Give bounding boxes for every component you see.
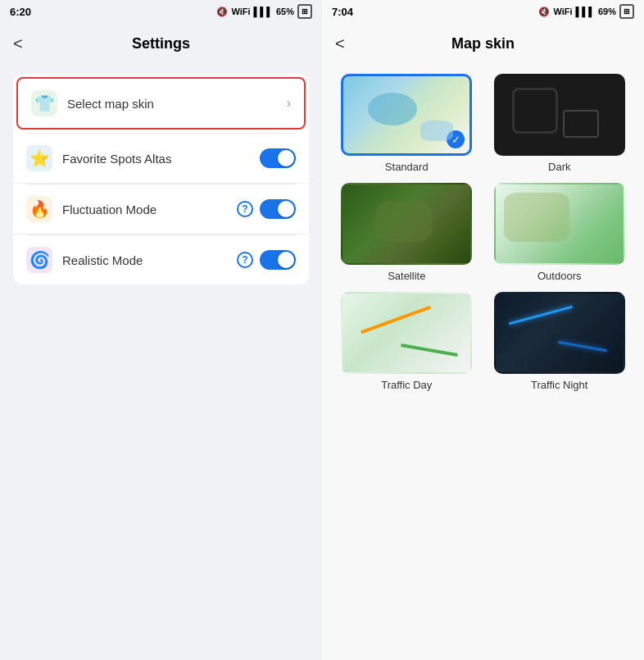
favorite-spots-label: Favorite Spots Altas bbox=[62, 152, 260, 166]
settings-title: Settings bbox=[132, 35, 190, 52]
status-bar-left: 6:20 🔇 WiFi ▌▌▌ 65% ⊞ bbox=[0, 0, 322, 23]
skin-label-satellite: Satellite bbox=[388, 270, 425, 282]
status-icons-right: 🔇 WiFi ▌▌▌ 69% ⊞ bbox=[538, 4, 634, 19]
favorite-spots-right bbox=[260, 148, 296, 168]
select-map-skin-row[interactable]: 👕 Select map skin › bbox=[16, 77, 306, 130]
skin-label-traffic-day: Traffic Day bbox=[381, 379, 432, 391]
skin-label-outdoors: Outdoors bbox=[537, 270, 581, 282]
status-icons-left: 🔇 WiFi ▌▌▌ 65% ⊞ bbox=[216, 4, 312, 19]
skin-thumbnail-traffic-night bbox=[494, 292, 625, 374]
chevron-right-icon: › bbox=[287, 96, 291, 111]
scan-icon-right: ⊞ bbox=[619, 4, 634, 19]
favorite-spots-icon: ⭐ bbox=[26, 145, 52, 171]
fluctuation-icon: 🔥 bbox=[26, 196, 52, 222]
header-left: < Settings bbox=[0, 23, 322, 64]
fluctuation-mode-label: Fluctuation Mode bbox=[62, 203, 237, 216]
skin-item-satellite[interactable]: Satellite bbox=[335, 183, 478, 282]
battery-right: 69% bbox=[598, 7, 616, 16]
fluctuation-mode-right: ? bbox=[237, 199, 296, 219]
fluctuation-mode-toggle[interactable] bbox=[260, 199, 296, 219]
header-right: < Map skin bbox=[322, 23, 644, 64]
fluctuation-mode-row[interactable]: 🔥 Fluctuation Mode ? bbox=[13, 184, 309, 234]
realistic-mode-right: ? bbox=[237, 250, 296, 270]
skin-thumbnail-dark bbox=[494, 74, 625, 156]
skin-checkmark-standard: ✓ bbox=[447, 130, 465, 148]
fluctuation-help-icon[interactable]: ? bbox=[237, 201, 253, 217]
settings-card: 👕 Select map skin › bbox=[13, 74, 309, 284]
settings-content: 👕 Select map skin › bbox=[0, 64, 322, 660]
map-skin-grid: ✓ Standard Dark Satellite Outdoors Traff… bbox=[322, 64, 644, 660]
skin-item-standard[interactable]: ✓ Standard bbox=[335, 74, 478, 173]
favorite-spots-toggle[interactable] bbox=[260, 148, 296, 168]
map-skin-icon: 👕 bbox=[31, 90, 57, 116]
right-panel: 7:04 🔇 WiFi ▌▌▌ 69% ⊞ < Map skin ✓ Stand… bbox=[322, 0, 644, 660]
favorite-spots-row[interactable]: ⭐ Favorite Spots Altas bbox=[13, 134, 309, 184]
skin-item-traffic-day[interactable]: Traffic Day bbox=[335, 292, 478, 391]
skin-label-dark: Dark bbox=[548, 161, 570, 173]
scan-icon-left: ⊞ bbox=[297, 4, 312, 19]
skin-thumbnail-standard: ✓ bbox=[341, 74, 472, 156]
realistic-icon: 🌀 bbox=[26, 247, 52, 273]
skin-thumbnail-satellite bbox=[341, 183, 472, 265]
red-arrow bbox=[306, 85, 309, 118]
realistic-mode-row[interactable]: 🌀 Realistic Mode ? bbox=[13, 235, 309, 284]
realistic-mode-toggle[interactable] bbox=[260, 250, 296, 270]
skin-thumbnail-traffic-day bbox=[341, 292, 472, 374]
battery-left: 65% bbox=[276, 7, 294, 16]
signal-icon-left: ▌▌▌ bbox=[254, 7, 273, 16]
map-skin-label: Select map skin bbox=[67, 97, 287, 111]
skin-thumbnail-outdoors bbox=[494, 183, 625, 265]
left-panel: 6:20 🔇 WiFi ▌▌▌ 65% ⊞ < Settings 👕 Selec… bbox=[0, 0, 322, 660]
mute-icon-right: 🔇 bbox=[538, 7, 550, 17]
status-time-right: 7:04 bbox=[332, 6, 353, 18]
realistic-help-icon[interactable]: ? bbox=[237, 252, 253, 268]
skin-item-dark[interactable]: Dark bbox=[488, 74, 632, 173]
status-bar-right: 7:04 🔇 WiFi ▌▌▌ 69% ⊞ bbox=[322, 0, 644, 23]
back-button-right[interactable]: < bbox=[335, 34, 345, 53]
wifi-icon-left: WiFi bbox=[231, 7, 250, 16]
skin-item-traffic-night[interactable]: Traffic Night bbox=[488, 292, 632, 391]
mute-icon: 🔇 bbox=[216, 7, 228, 17]
back-button-left[interactable]: < bbox=[13, 34, 23, 53]
skin-label-traffic-night: Traffic Night bbox=[531, 379, 587, 391]
signal-icon-right: ▌▌▌ bbox=[576, 7, 595, 16]
map-skin-title: Map skin bbox=[451, 35, 515, 52]
skin-item-outdoors[interactable]: Outdoors bbox=[488, 183, 632, 282]
status-time-left: 6:20 bbox=[10, 6, 31, 18]
map-skin-right: › bbox=[287, 96, 291, 111]
skin-label-standard: Standard bbox=[385, 161, 429, 173]
realistic-mode-label: Realistic Mode bbox=[62, 253, 237, 267]
wifi-icon-right: WiFi bbox=[553, 7, 572, 16]
